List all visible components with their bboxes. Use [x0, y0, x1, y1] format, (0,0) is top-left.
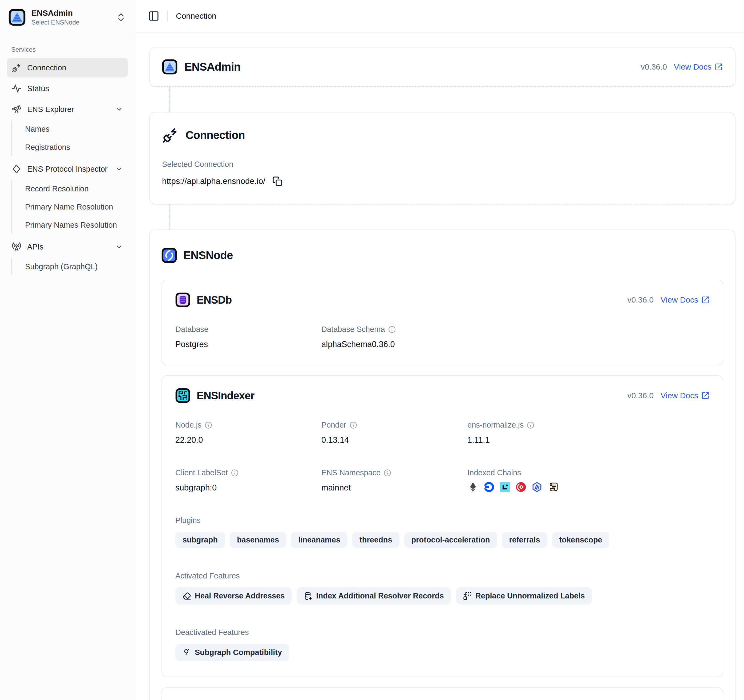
ens-namespace-label: ENS Namespace — [321, 468, 381, 477]
sidebar-toggle-icon[interactable] — [148, 10, 159, 22]
plugins-label: Plugins — [176, 516, 709, 525]
field-ponder: Ponder 0.13.14 — [321, 421, 467, 445]
connection-card-title: Connection — [186, 129, 245, 141]
ensdb-title: ENSDb — [196, 294, 232, 306]
ensnode-icon — [161, 248, 177, 263]
info-icon[interactable] — [384, 469, 391, 477]
external-link-icon — [701, 392, 709, 399]
sidebar-item-primary-name-resolution[interactable]: Primary Name Resolution — [21, 198, 128, 215]
sidebar-item-apis[interactable]: APIs — [7, 237, 128, 256]
info-icon[interactable] — [350, 421, 357, 429]
ensadmin-app: ENSAdmin Select ENSNode Services Connect… — [0, 0, 744, 700]
sidebar-nav: Connection Status ENS Explorer Names Reg… — [7, 58, 128, 277]
external-link-icon — [701, 296, 709, 304]
feature-chip-label: Subgraph Compatibility — [195, 648, 282, 657]
topbar: Connection — [135, 0, 744, 33]
services-section-label: Services — [11, 46, 128, 53]
client-labelset-label: Client LabelSet — [176, 468, 228, 477]
field-database-schema: Database Schema alphaSchema0.36.0 — [321, 325, 467, 349]
info-icon[interactable] — [527, 421, 534, 429]
chevron-down-icon[interactable] — [115, 243, 123, 251]
base-chain-icon[interactable] — [484, 481, 495, 493]
plugin-chip: threedns — [352, 532, 399, 548]
sidebar-item-label: Status — [27, 84, 49, 93]
breadcrumb: Connection — [176, 12, 216, 21]
ensnode-selector[interactable]: ENSAdmin Select ENSNode — [7, 6, 128, 28]
view-docs-label: View Docs — [661, 391, 698, 400]
ensdb-icon — [176, 292, 190, 307]
sub-item-label: Names — [25, 125, 49, 134]
ensadmin-card: ENSAdmin v0.36.0 View Docs — [149, 47, 735, 87]
sub-item-label: Primary Names Resolution — [25, 221, 117, 229]
chevron-down-icon[interactable] — [115, 105, 123, 113]
external-link-icon — [715, 63, 723, 71]
content: ENSAdmin v0.36.0 View Docs Connection S — [135, 33, 744, 700]
plugin-chip: referrals — [502, 532, 548, 548]
database-schema-label: Database Schema — [321, 325, 385, 334]
database-label: Database — [176, 325, 321, 334]
ensindexer-icon — [176, 388, 190, 403]
feature-chip-index-additional-resolver-records: Index Additional Resolver Records — [296, 587, 451, 605]
app-name: ENSAdmin — [31, 9, 79, 18]
sidebar-item-names[interactable]: Names — [21, 121, 128, 137]
sidebar-item-subgraph-graphql[interactable]: Subgraph (GraphQL) — [21, 258, 128, 275]
sidebar-item-connection[interactable]: Connection — [7, 58, 128, 77]
info-icon[interactable] — [388, 326, 396, 333]
activated-features-row: Heal Reverse Addresses Index Additional … — [176, 587, 709, 605]
view-docs-label: View Docs — [661, 295, 698, 304]
database-schema-value: alphaSchema0.36.0 — [321, 340, 467, 349]
ensindexer-title: ENSIndexer — [196, 390, 254, 402]
ensindexer-card: ENSIndexer v0.36.0 View Docs — [161, 375, 723, 677]
card-connector-line — [170, 204, 170, 229]
sidebar-item-primary-names-resolution[interactable]: Primary Names Resolution — [21, 216, 128, 234]
plugins-row: subgraph basenames lineanames threedns p… — [176, 532, 709, 548]
sidebar-item-status[interactable]: Status — [7, 79, 128, 98]
sidebar-item-record-resolution[interactable]: Record Resolution — [21, 180, 128, 197]
chevrons-up-down-icon[interactable] — [116, 12, 126, 23]
plug-zap-icon — [162, 127, 179, 143]
info-icon[interactable] — [205, 421, 212, 429]
sidebar-item-ens-protocol-inspector[interactable]: ENS Protocol Inspector — [7, 159, 128, 179]
info-icon[interactable] — [231, 469, 238, 477]
plug-zap-icon — [12, 63, 21, 73]
ponder-value: 0.13.14 — [321, 435, 467, 445]
client-labelset-value: subgraph:0 — [176, 483, 321, 493]
card-connector-line — [170, 87, 170, 112]
linea-chain-icon[interactable] — [499, 481, 510, 493]
feature-chip-label: Replace Unnormalized Labels — [475, 591, 585, 600]
sub-item-label: Record Resolution — [25, 185, 89, 193]
deactivated-features-row: Subgraph Compatibility — [176, 644, 709, 661]
graph-icon — [183, 648, 191, 657]
ethereum-chain-icon[interactable] — [467, 481, 479, 493]
version-badge: v0.36.0 — [627, 391, 653, 400]
sidebar: ENSAdmin Select ENSNode Services Connect… — [0, 0, 135, 700]
divider — [167, 10, 168, 22]
copy-icon[interactable] — [272, 176, 283, 186]
plugin-chip: subgraph — [176, 532, 225, 548]
field-ens-namespace: ENS Namespace mainnet — [321, 468, 467, 493]
view-docs-link[interactable]: View Docs — [661, 391, 709, 400]
database-plus-icon — [304, 592, 312, 600]
field-indexed-chains: Indexed Chains — [467, 468, 709, 493]
ens-explorer-sublist: Names Registrations — [11, 121, 128, 156]
scroll-chain-icon[interactable] — [548, 481, 558, 493]
arbitrum-chain-icon[interactable] — [531, 481, 543, 493]
version-badge: v0.36.0 — [641, 63, 667, 71]
indexed-chains-label: Indexed Chains — [467, 468, 709, 477]
field-ens-normalize: ens-normalize.js 1.11.1 — [467, 421, 709, 445]
sidebar-item-registrations[interactable]: Registrations — [21, 139, 128, 156]
optimism-chain-icon[interactable] — [515, 481, 527, 493]
activated-features-label: Activated Features — [176, 572, 709, 580]
database-value: Postgres — [176, 340, 321, 349]
selected-connection-label: Selected Connection — [162, 160, 723, 169]
sidebar-item-ens-explorer[interactable]: ENS Explorer — [7, 100, 128, 119]
ens-normalize-value: 1.11.1 — [467, 435, 709, 445]
view-docs-link[interactable]: View Docs — [661, 295, 709, 304]
eraser-icon — [183, 592, 191, 600]
ensnode-card: ENSNode — [149, 229, 735, 700]
telescope-icon — [12, 104, 21, 114]
view-docs-link[interactable]: View Docs — [674, 63, 723, 71]
chevron-down-icon[interactable] — [115, 165, 123, 173]
ens-normalize-label: ens-normalize.js — [467, 421, 524, 429]
sidebar-item-label: Connection — [27, 63, 66, 72]
